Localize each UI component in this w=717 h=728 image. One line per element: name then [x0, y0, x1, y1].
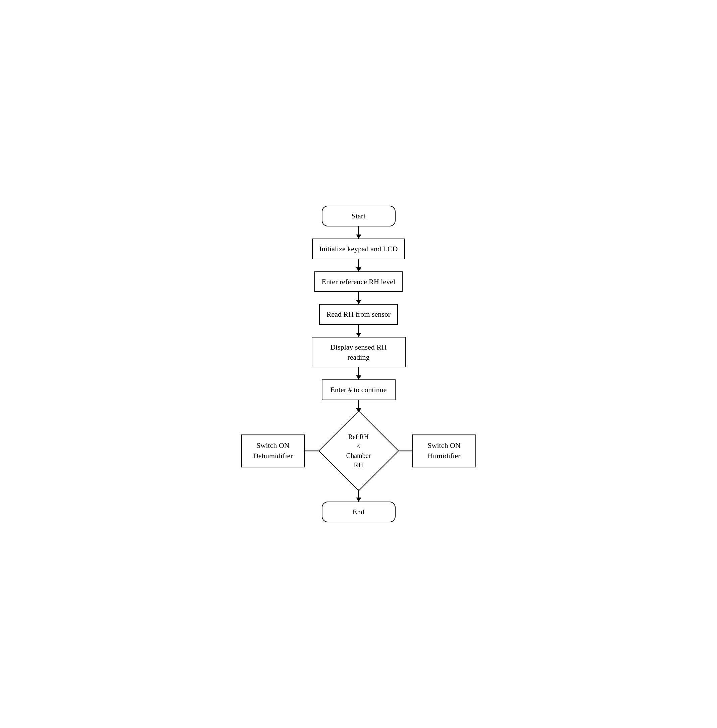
- init-label: Initialize keypad and LCD: [319, 244, 398, 253]
- arrow-2: [358, 259, 359, 272]
- dehumidifier-box: Switch ON Dehumidifier: [241, 435, 305, 467]
- enter-ref-label: Enter reference RH level: [322, 278, 395, 286]
- enter-continue-label: Enter # to continue: [330, 386, 386, 394]
- arrow-1: [358, 226, 359, 238]
- enter-continue-box: Enter # to continue: [322, 379, 395, 400]
- display-rh-box: Display sensed RH reading: [312, 337, 406, 367]
- dehumidifier-label: Switch ON Dehumidifier: [253, 441, 293, 460]
- diamond-container: Ref RH < Chamber RH: [325, 417, 392, 484]
- arrow-3: [358, 292, 359, 304]
- read-rh-box: Read RH from sensor: [319, 304, 398, 325]
- decision-text: Ref RH < Chamber RH: [346, 432, 371, 470]
- end-box: End: [322, 502, 395, 522]
- read-rh-label: Read RH from sensor: [326, 310, 391, 318]
- start-box: Start: [322, 206, 395, 226]
- arrow-5: [358, 367, 359, 379]
- display-rh-label: Display sensed RH reading: [330, 343, 387, 361]
- decision-row: Yes No Switch ON Dehumidifier Ref RH < C…: [241, 412, 476, 490]
- start-label: Start: [352, 212, 366, 220]
- end-label: End: [352, 508, 365, 516]
- enter-ref-box: Enter reference RH level: [314, 272, 403, 292]
- arrow-4: [358, 325, 359, 337]
- init-box: Initialize keypad and LCD: [312, 238, 405, 259]
- humidifier-box: Switch ON Humidifier: [412, 435, 476, 467]
- humidifier-label: Switch ON Humidifier: [427, 441, 460, 460]
- arrow-7: [358, 490, 359, 502]
- flowchart: Start Initialize keypad and LCD Enter re…: [241, 206, 476, 522]
